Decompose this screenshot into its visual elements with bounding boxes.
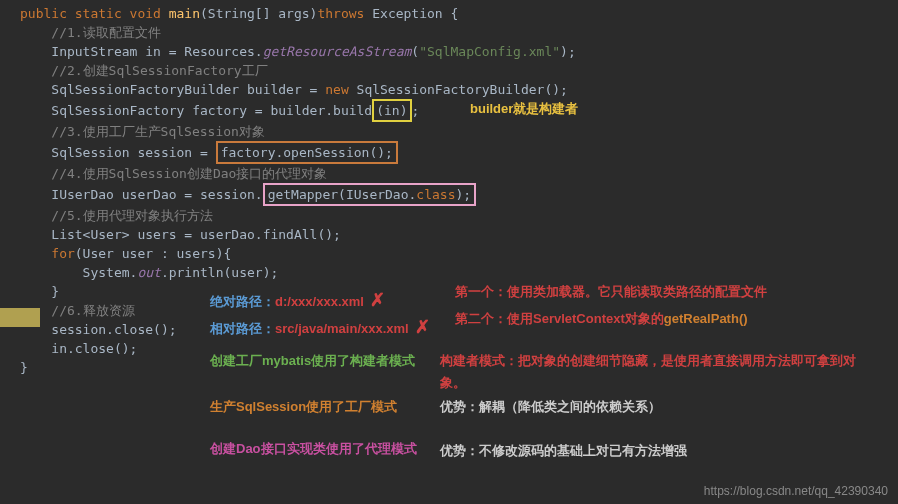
annotation-second: 第二个：使用ServletContext对象的getRealPath() <box>455 310 748 328</box>
text: SqlSessionFactoryBuilder(); <box>349 82 568 97</box>
text: SqlSessionFactoryBuilder builder = <box>20 82 325 97</box>
ext: .xml <box>383 321 409 336</box>
code-line: System.out.println(user); <box>20 263 878 282</box>
highlight-box-opensession: factory.openSession(); <box>216 141 398 164</box>
comment: //4.使用SqlSession创建Dao接口的代理对象 <box>20 166 327 181</box>
method: main <box>161 6 200 21</box>
code-line: InputStream in = Resources.getResourceAs… <box>20 42 878 61</box>
text: session.close(); <box>20 322 177 337</box>
code-editor[interactable]: public static void main(String[] args)th… <box>0 0 898 381</box>
text: ( <box>411 44 419 59</box>
cross-icon: ✗ <box>415 317 430 337</box>
comment: //5.使用代理对象执行方法 <box>20 208 213 223</box>
annotation-factory-adv: 优势：解耦（降低类之间的依赖关系） <box>440 398 661 416</box>
code-line: //6.释放资源 <box>20 301 878 320</box>
annotation-session-factory: 生产SqlSession使用了工厂模式 <box>210 398 397 416</box>
keyword: class <box>416 187 455 202</box>
code-line: //3.使用工厂生产SqlSession对象 <box>20 122 878 141</box>
text: } <box>20 360 28 375</box>
code-line: List<User> users = userDao.findAll(); <box>20 225 878 244</box>
annotation-factory-builder: 创建工厂mybatis使用了构建者模式 <box>210 352 415 370</box>
path-value: src/java/main/xxx <box>275 321 383 336</box>
string: "SqlMapConfig.xml" <box>419 44 560 59</box>
annotation-proxy-adv: 优势：不修改源码的基础上对已有方法增强 <box>440 442 687 460</box>
text: InputStream in = Resources <box>20 44 255 59</box>
annotation-rel-path-label: 相对路径：src/java/main/xxx.xml✗ <box>210 316 430 338</box>
code-line: //1.读取配置文件 <box>20 23 878 42</box>
annotation-dao-proxy: 创建Dao接口实现类使用了代理模式 <box>210 436 420 462</box>
gutter-highlight <box>0 308 40 327</box>
text: (User user : users){ <box>75 246 232 261</box>
code-line: SqlSessionFactoryBuilder builder = new S… <box>20 80 878 99</box>
comment: //1.读取配置文件 <box>20 25 161 40</box>
path-value: d:/xxx/xxx <box>275 294 338 309</box>
text: ; <box>412 103 420 118</box>
text: ); <box>560 44 576 59</box>
annotation-first: 第一个：使用类加载器。它只能读取类路径的配置文件 <box>455 283 767 301</box>
text: factory.openSession(); <box>221 145 393 160</box>
keyword: public static void <box>20 6 161 21</box>
dot: . <box>255 44 263 59</box>
code-line: session.close(); <box>20 320 878 339</box>
text: in.close(); <box>20 341 137 356</box>
code-line: //2.创建SqlSessionFactory工厂 <box>20 61 878 80</box>
annotation-builder-pattern: 构建者模式：把对象的创建细节隐藏，是使用者直接调用方法即可拿到对象。 <box>440 350 870 394</box>
code-line: for(User user : users){ <box>20 244 878 263</box>
param: (in) <box>376 103 407 118</box>
text: List<User> users = userDao.findAll(); <box>20 227 341 242</box>
text: Exception { <box>364 6 458 21</box>
code-line: public static void main(String[] args)th… <box>20 4 878 23</box>
params: (String[] args) <box>200 6 317 21</box>
text: .println(user); <box>161 265 278 280</box>
code-line: IUserDao userDao = session.getMapper(IUs… <box>20 183 878 206</box>
cross-icon: ✗ <box>370 290 385 310</box>
comment: //2.创建SqlSessionFactory工厂 <box>20 63 268 78</box>
text: SqlSession session = <box>20 145 216 160</box>
keyword: new <box>325 82 348 97</box>
annotation-builder: builder就是构建者 <box>470 100 578 118</box>
comment: //3.使用工厂生产SqlSession对象 <box>20 124 265 139</box>
text: IUserDao userDao = session. <box>20 187 263 202</box>
highlight-box-getmapper: getMapper(IUserDao.class); <box>263 183 477 206</box>
code-line: SqlSessionFactory factory = builder.buil… <box>20 99 878 122</box>
annotation-abs-path-label: 绝对路径：d:/xxx/xxx.xml✗ <box>210 289 385 311</box>
watermark: https://blog.csdn.net/qq_42390340 <box>704 484 888 498</box>
text: System. <box>20 265 137 280</box>
keyword: for <box>51 246 74 261</box>
field: out <box>137 265 160 280</box>
text: SqlSessionFactory factory = builder.buil… <box>20 103 372 118</box>
code-line: //5.使用代理对象执行方法 <box>20 206 878 225</box>
code-line: //4.使用SqlSession创建Dao接口的代理对象 <box>20 164 878 183</box>
highlight-box-in: (in) <box>372 99 411 122</box>
code-line: SqlSession session = factory.openSession… <box>20 141 878 164</box>
text: } <box>20 284 59 299</box>
method: getResourceAsStream <box>263 44 412 59</box>
keyword: throws <box>317 6 364 21</box>
ext: .xml <box>338 294 364 309</box>
